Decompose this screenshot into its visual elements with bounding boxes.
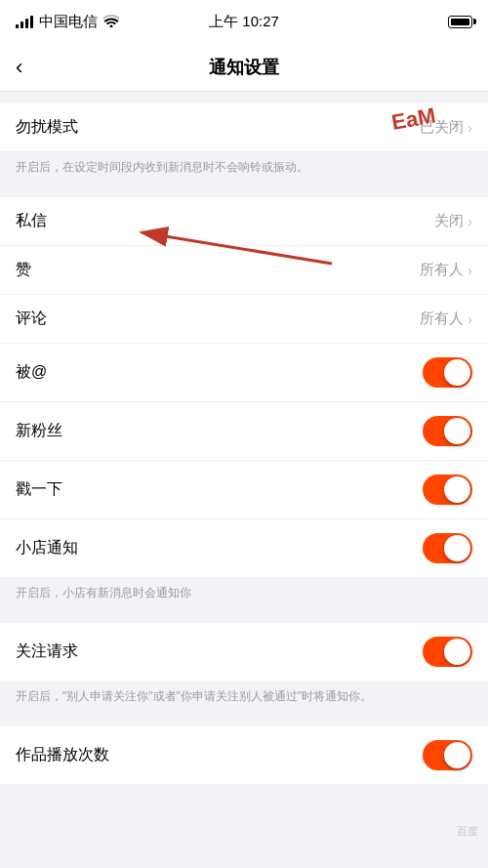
- gap-2: [0, 611, 488, 623]
- page-title: 通知设置: [209, 56, 279, 79]
- back-button[interactable]: ‹: [16, 55, 22, 80]
- signal-icon: [16, 16, 33, 28]
- like-item[interactable]: 赞 所有人 ›: [0, 246, 488, 295]
- private-message-value: 关闭 ›: [434, 212, 472, 230]
- shop-notify-item[interactable]: 小店通知: [0, 519, 488, 577]
- playcount-section: 作品播放次数: [0, 726, 488, 784]
- like-value: 所有人 ›: [420, 261, 472, 279]
- dnd-item[interactable]: 勿扰模式 已关闭 ›: [0, 103, 488, 151]
- status-time: 上午 10:27: [209, 13, 279, 31]
- dnd-section: 勿扰模式 已关闭 ›: [0, 103, 488, 151]
- battery-area: [448, 16, 472, 28]
- toggle-knob: [444, 476, 470, 503]
- back-icon: ‹: [16, 55, 22, 80]
- follow-description: 开启后，"别人申请关注你"或者"你申请关注别人被通过"时将通知你。: [0, 681, 488, 715]
- shop-description: 开启后，小店有新消息时会通知你: [0, 577, 488, 611]
- toggle-knob: [444, 359, 470, 386]
- playcount-item[interactable]: 作品播放次数: [0, 726, 488, 784]
- chevron-icon: ›: [468, 311, 472, 327]
- wifi-icon: [103, 14, 119, 30]
- chevron-icon: ›: [468, 120, 472, 136]
- follow-section: 关注请求: [0, 623, 488, 681]
- new-follower-toggle[interactable]: [423, 416, 472, 446]
- private-message-label: 私信: [16, 211, 47, 231]
- battery-icon: [448, 16, 472, 28]
- gap-1: [0, 186, 488, 197]
- poke-label: 戳一下: [16, 479, 62, 500]
- toggle-knob: [444, 418, 470, 444]
- dnd-description: 开启后，在设定时间段内收到新消息时不会响铃或振动。: [0, 151, 488, 186]
- new-follower-label: 新粉丝: [16, 421, 62, 441]
- poke-toggle[interactable]: [423, 475, 472, 505]
- shop-notify-label: 小店通知: [16, 538, 78, 558]
- toggle-knob: [444, 639, 470, 665]
- follow-request-label: 关注请求: [16, 641, 78, 662]
- shop-notify-toggle[interactable]: [423, 533, 472, 563]
- carrier-name: 中国电信: [39, 13, 98, 31]
- playcount-toggle[interactable]: [423, 740, 472, 770]
- poke-item[interactable]: 戳一下: [0, 461, 488, 519]
- comment-value: 所有人 ›: [420, 310, 472, 328]
- dnd-label: 勿扰模式: [16, 117, 78, 138]
- mention-toggle[interactable]: [423, 357, 472, 388]
- comment-item[interactable]: 评论 所有人 ›: [0, 295, 488, 344]
- private-message-item[interactable]: 私信 关闭 ›: [0, 197, 488, 246]
- new-follower-item[interactable]: 新粉丝: [0, 402, 488, 461]
- like-label: 赞: [16, 260, 31, 280]
- chevron-icon: ›: [468, 263, 472, 278]
- toggle-knob: [444, 742, 470, 768]
- carrier-signal: 中国电信: [16, 13, 119, 31]
- follow-request-toggle[interactable]: [423, 637, 472, 667]
- chevron-icon: ›: [468, 214, 472, 229]
- mention-item[interactable]: 被@: [0, 344, 488, 402]
- dnd-value: 已关闭 ›: [420, 118, 472, 137]
- nav-bar: ‹ 通知设置: [0, 43, 488, 92]
- messages-section: 私信 关闭 › 赞 所有人 › 评论 所有人 ›: [0, 197, 488, 577]
- baidu-watermark: 百度: [457, 824, 478, 839]
- toggle-knob: [444, 535, 470, 561]
- playcount-label: 作品播放次数: [16, 745, 109, 765]
- follow-request-item[interactable]: 关注请求: [0, 623, 488, 681]
- settings-content: 勿扰模式 已关闭 › 开启后，在设定时间段内收到新消息时不会响铃或振动。 私信 …: [0, 103, 488, 784]
- mention-label: 被@: [16, 362, 47, 383]
- comment-label: 评论: [16, 309, 47, 329]
- status-bar: 中国电信 上午 10:27: [0, 0, 488, 43]
- gap-3: [0, 715, 488, 726]
